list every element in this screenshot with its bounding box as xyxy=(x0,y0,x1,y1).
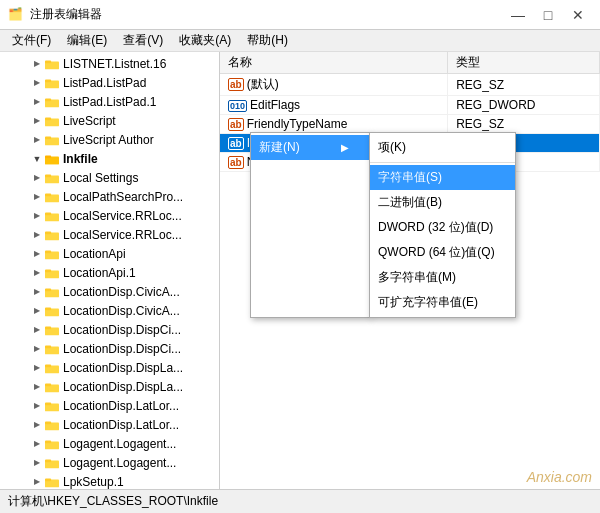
tree-item[interactable]: ▶ LocationDisp.LatLor... xyxy=(0,415,219,434)
tree-item-label: LocationDisp.LatLor... xyxy=(63,418,179,432)
svg-rect-22 xyxy=(45,250,51,253)
context-menu-new[interactable]: 新建(N) ▶ xyxy=(251,135,369,160)
tree-expand-icon[interactable]: ▶ xyxy=(30,209,44,223)
tree-item-label: LocationDisp.LatLor... xyxy=(63,399,179,413)
tree-expand-icon[interactable]: ▶ xyxy=(30,133,44,147)
menu-view[interactable]: 查看(V) xyxy=(115,30,171,51)
tree-expand-icon[interactable]: ▶ xyxy=(30,95,44,109)
tree-expand-icon[interactable]: ▶ xyxy=(30,323,44,337)
tree-item[interactable]: ▶ LocationDisp.CivicA... xyxy=(0,282,219,301)
tree-item-label: LpkSetup.1 xyxy=(63,475,124,489)
tree-item[interactable]: ▶ ListPad.ListPad.1 xyxy=(0,92,219,111)
sub-menu-item[interactable]: 二进制值(B) xyxy=(370,190,515,215)
folder-icon xyxy=(44,209,60,223)
svg-rect-20 xyxy=(45,231,51,234)
folder-icon xyxy=(44,171,60,185)
main-area: ▶ LISTNET.Listnet.16▶ ListPad.ListPad▶ L… xyxy=(0,52,600,489)
tree-item[interactable]: ▶ LocationDisp.DispCi... xyxy=(0,320,219,339)
tree-item[interactable]: ▶ Logagent.Logagent... xyxy=(0,434,219,453)
menu-file[interactable]: 文件(F) xyxy=(4,30,59,51)
minimize-button[interactable]: — xyxy=(504,4,532,26)
tree-item[interactable]: ▶ Local Settings xyxy=(0,168,219,187)
svg-rect-26 xyxy=(45,288,51,291)
svg-rect-5 xyxy=(45,98,51,101)
sub-menu-item[interactable]: 可扩充字符串值(E) xyxy=(370,290,515,315)
svg-rect-16 xyxy=(45,193,51,196)
tree-item[interactable]: ▶ ListPad.ListPad xyxy=(0,73,219,92)
reg-name-cell: ab(默认) xyxy=(220,74,448,96)
tree-item[interactable]: ▶ LocationDisp.DispLa... xyxy=(0,358,219,377)
svg-rect-9 xyxy=(45,136,51,139)
tree-expand-icon[interactable]: ▶ xyxy=(30,437,44,451)
table-row[interactable]: 010EditFlagsREG_DWORD xyxy=(220,96,600,115)
menu-favorites[interactable]: 收藏夹(A) xyxy=(171,30,239,51)
tree-item[interactable]: ▶ LocationApi xyxy=(0,244,219,263)
table-row[interactable]: ab(默认)REG_SZ xyxy=(220,74,600,96)
tree-item[interactable]: ▶ LISTNET.Listnet.16 xyxy=(0,54,219,73)
svg-rect-28 xyxy=(45,307,51,310)
tree-expand-icon[interactable]: ▼ xyxy=(30,152,44,166)
folder-icon xyxy=(44,437,60,451)
tree-expand-icon[interactable]: ▶ xyxy=(30,475,44,489)
folder-icon xyxy=(44,380,60,394)
tree-item[interactable]: ▶ LocationDisp.LatLor... xyxy=(0,396,219,415)
tree-expand-icon[interactable]: ▶ xyxy=(30,361,44,375)
col-name-header: 名称 xyxy=(220,52,448,74)
context-menu[interactable]: 新建(N) ▶ xyxy=(250,132,370,318)
tree-item[interactable]: ▶ LocationDisp.CivicA... xyxy=(0,301,219,320)
tree-item[interactable]: ▶ LpkSetup.1 xyxy=(0,472,219,489)
tree-expand-icon[interactable]: ▶ xyxy=(30,228,44,242)
tree-expand-icon[interactable]: ▶ xyxy=(30,418,44,432)
svg-rect-30 xyxy=(45,326,51,329)
tree-item[interactable]: ▶ LocationDisp.DispCi... xyxy=(0,339,219,358)
tree-item[interactable]: ▼ Inkfile xyxy=(0,149,219,168)
context-menu-area: 新建(N) ▶ 项(K)字符串值(S)二进制值(B)DWORD (32 位)值(… xyxy=(250,132,516,318)
sub-menu-item[interactable]: 项(K) xyxy=(370,135,515,160)
tree-expand-icon[interactable]: ▶ xyxy=(30,266,44,280)
tree-expand-icon[interactable]: ▶ xyxy=(30,114,44,128)
tree-expand-icon[interactable]: ▶ xyxy=(30,456,44,470)
tree-expand-icon[interactable]: ▶ xyxy=(30,76,44,90)
folder-icon xyxy=(44,266,60,280)
svg-rect-11 xyxy=(45,155,51,158)
tree-item[interactable]: ▶ LocalPathSearchPro... xyxy=(0,187,219,206)
sub-menu-item[interactable]: 多字符串值(M) xyxy=(370,265,515,290)
tree-expand-icon[interactable]: ▶ xyxy=(30,57,44,71)
svg-rect-1 xyxy=(45,60,51,63)
maximize-button[interactable]: □ xyxy=(534,4,562,26)
tree-expand-icon[interactable]: ▶ xyxy=(30,190,44,204)
close-button[interactable]: ✕ xyxy=(564,4,592,26)
tree-expand-icon[interactable]: ▶ xyxy=(30,247,44,261)
tree-expand-icon[interactable]: ▶ xyxy=(30,399,44,413)
folder-icon xyxy=(44,247,60,261)
svg-rect-36 xyxy=(45,383,51,386)
tree-expand-icon[interactable]: ▶ xyxy=(30,304,44,318)
tree-item-label: LocalPathSearchPro... xyxy=(63,190,183,204)
tree-item[interactable]: ▶ LocalService.RRLoc... xyxy=(0,206,219,225)
tree-item[interactable]: ▶ LocationDisp.DispLa... xyxy=(0,377,219,396)
tree-item[interactable]: ▶ Logagent.Logagent... xyxy=(0,453,219,472)
menu-edit[interactable]: 编辑(E) xyxy=(59,30,115,51)
reg-name-cell: abFriendlyTypeName xyxy=(220,115,448,134)
tree-panel[interactable]: ▶ LISTNET.Listnet.16▶ ListPad.ListPad▶ L… xyxy=(0,52,220,489)
folder-icon xyxy=(44,323,60,337)
sub-menu[interactable]: 项(K)字符串值(S)二进制值(B)DWORD (32 位)值(D)QWORD … xyxy=(369,132,516,318)
tree-item[interactable]: ▶ LocationApi.1 xyxy=(0,263,219,282)
tree-item[interactable]: ▶ LocalService.RRLoc... xyxy=(0,225,219,244)
tree-item[interactable]: ▶ LiveScript Author xyxy=(0,130,219,149)
sub-menu-item[interactable]: DWORD (32 位)值(D) xyxy=(370,215,515,240)
tree-expand-icon[interactable]: ▶ xyxy=(30,380,44,394)
tree-item[interactable]: ▶ LiveScript xyxy=(0,111,219,130)
table-row[interactable]: abFriendlyTypeNameREG_SZ xyxy=(220,115,600,134)
title-bar: 🗂️ 注册表编辑器 — □ ✕ xyxy=(0,0,600,30)
tree-expand-icon[interactable]: ▶ xyxy=(30,342,44,356)
sub-menu-item[interactable]: QWORD (64 位)值(Q) xyxy=(370,240,515,265)
tree-item-label: LocalService.RRLoc... xyxy=(63,209,182,223)
tree-item-label: LISTNET.Listnet.16 xyxy=(63,57,166,71)
tree-expand-icon[interactable]: ▶ xyxy=(30,285,44,299)
sub-menu-item[interactable]: 字符串值(S) xyxy=(370,165,515,190)
tree-item-label: LocationDisp.DispLa... xyxy=(63,361,183,375)
menu-help[interactable]: 帮助(H) xyxy=(239,30,296,51)
tree-expand-icon[interactable]: ▶ xyxy=(30,171,44,185)
svg-rect-12 xyxy=(45,158,59,164)
